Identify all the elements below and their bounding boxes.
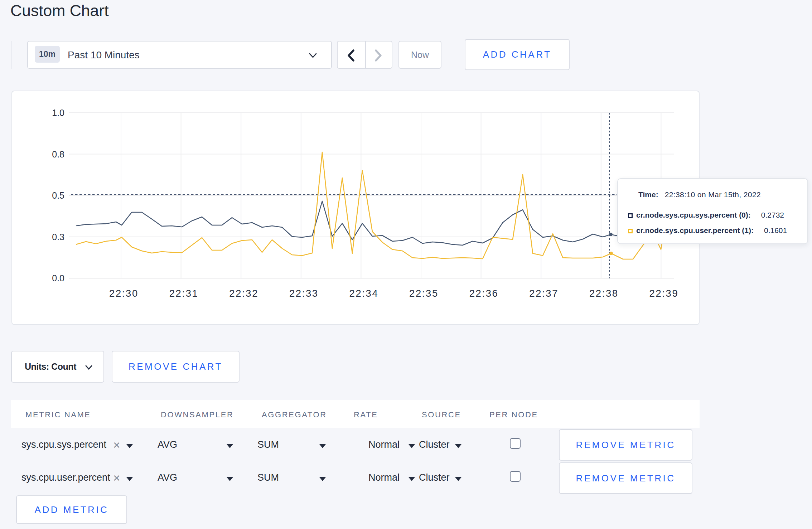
svg-text:22:31: 22:31 — [169, 288, 199, 299]
svg-text:22:30: 22:30 — [109, 288, 139, 299]
svg-text:0.5: 0.5 — [52, 190, 64, 200]
svg-text:22:39: 22:39 — [649, 288, 678, 299]
svg-text:22:36: 22:36 — [469, 288, 499, 299]
svg-text:22:32: 22:32 — [229, 288, 258, 299]
svg-text:22:33: 22:33 — [289, 288, 319, 299]
svg-text:0.0: 0.0 — [52, 273, 64, 283]
svg-text:22:38: 22:38 — [589, 288, 619, 299]
svg-text:22:34: 22:34 — [349, 288, 378, 299]
svg-text:22:37: 22:37 — [529, 288, 559, 299]
svg-text:0.8: 0.8 — [52, 149, 64, 159]
svg-text:1.0: 1.0 — [52, 108, 64, 118]
svg-text:22:35: 22:35 — [409, 288, 439, 299]
svg-text:0.3: 0.3 — [52, 232, 64, 242]
